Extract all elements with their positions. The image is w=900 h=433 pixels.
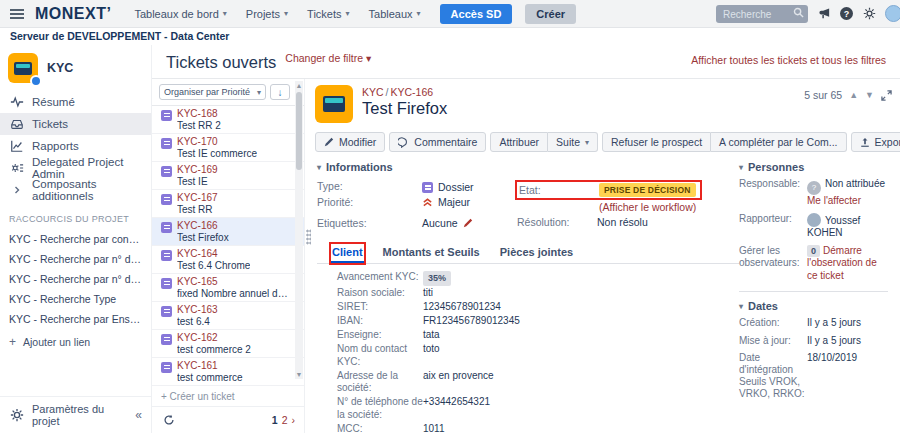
integration-date-value: 18/10/2019 (807, 352, 888, 365)
comment-button[interactable]: Commentaire (389, 132, 486, 152)
panel-resize-handle[interactable] (306, 229, 311, 245)
field-row: Raison sociale: titi (337, 287, 739, 300)
settings-gear-icon[interactable] (9, 408, 24, 423)
ticket-row[interactable]: KYC-170Test IE commerce (152, 134, 304, 162)
ticket-row[interactable]: KYC-163test 6.4 (152, 302, 304, 330)
shortcut-recherche-par-contact[interactable]: KYC - Recherche par contact (0, 229, 151, 249)
add-link-button[interactable]: + Ajouter un lien (0, 329, 151, 355)
sidebar-item-rapports[interactable]: Rapports (0, 135, 151, 157)
collapse-sidebar-icon[interactable]: « (135, 408, 142, 422)
acces-sd-button[interactable]: Accès SD (440, 4, 513, 24)
megaphone-icon[interactable] (817, 7, 831, 21)
created-value: Il y a 5 jours (807, 317, 888, 330)
assign-button[interactable]: Attribuer (490, 132, 548, 152)
scroll-down-icon[interactable]: ▼ (296, 370, 303, 379)
resolution-value: Non résolu (597, 216, 648, 228)
shortcut-recherche-par-numero-ticket[interactable]: KYC - Recherche par n° de ticket (0, 249, 151, 269)
dates-section-header[interactable]: ▾ Dates (739, 300, 888, 312)
gear-icon[interactable] (862, 7, 876, 21)
ticket-row[interactable]: KYC-168Test RR 2 (152, 106, 304, 134)
priority-value: Majeur (422, 196, 470, 208)
assign-to-me-link[interactable]: Me l'affecter (807, 195, 888, 208)
ticket-row[interactable]: KYC-165fixed Nombre annuel de transac... (152, 274, 304, 302)
pagination-page-1[interactable]: 1 (272, 414, 278, 426)
pagination-page-2[interactable]: 2 (282, 414, 288, 426)
activity-icon (9, 95, 24, 110)
create-ticket-link[interactable]: + Créer un ticket (152, 387, 304, 406)
help-icon[interactable]: ? (840, 7, 853, 20)
chevron-down-icon: ▾ (417, 9, 421, 18)
tab-client[interactable]: Client (331, 244, 364, 263)
state-row-annotation: Etat: PRISE DE DÉCISION (517, 182, 700, 198)
dossier-type-icon (161, 250, 172, 261)
complete-by-com-button[interactable]: A compléter par le Com... (711, 132, 846, 152)
sidebar-item-resume[interactable]: Résumé (0, 91, 151, 113)
ticket-row[interactable]: KYC-169Test IE (152, 162, 304, 190)
show-workflow-link[interactable]: (Afficher le workflow) (599, 201, 739, 213)
chevron-down-icon: ▾ (284, 9, 288, 18)
menu-tickets[interactable]: Tickets▾ (301, 8, 355, 20)
shortcut-recherche-par-siret[interactable]: KYC - Recherche par n° de SIRET (0, 269, 151, 289)
search-icon[interactable] (793, 7, 804, 18)
sort-controls: Organiser par Priorité ▾ ↓ (152, 79, 304, 106)
more-actions-button[interactable]: Suite▾ (548, 132, 598, 152)
breadcrumb-project-link[interactable]: KYC (362, 86, 384, 98)
chevron-down-icon: ▾ (739, 163, 743, 172)
user-avatar[interactable] (885, 5, 900, 22)
show-all-tickets-link[interactable]: Afficher toutes les tickets et tous les … (691, 52, 886, 66)
pagination: 1 2 › (272, 414, 295, 426)
sort-direction-button[interactable]: ↓ (270, 84, 290, 100)
shortcut-recherche-type[interactable]: KYC - Recherche Type (0, 289, 151, 309)
people-section-header[interactable]: ▾ Personnes (739, 161, 888, 173)
tab-pieces-jointes[interactable]: Pièces jointes (499, 244, 574, 263)
watchers-label: Gérer les observateurs: (739, 245, 807, 269)
ticket-position: 5 sur 65 (804, 89, 842, 101)
project-settings-label[interactable]: Paramètres du projet (32, 403, 127, 427)
sort-by-dropdown[interactable]: Organiser par Priorité ▾ (159, 84, 266, 100)
ticket-avatar (315, 85, 353, 123)
ticket-row[interactable]: KYC-167Test RR (152, 190, 304, 218)
list-scrollbar[interactable]: ▲ ▼ (295, 81, 303, 379)
detail-tabs: Client Montants et Seuils Pièces jointes (317, 240, 739, 264)
list-footer: 1 2 › (152, 406, 304, 433)
export-button[interactable]: Exporter▾ (851, 132, 900, 152)
project-sidebar: KYC Résumé Tickets Rapports (0, 45, 152, 433)
previous-ticket-icon[interactable]: ▲ (849, 90, 858, 100)
next-ticket-icon[interactable]: ▼ (865, 90, 874, 100)
ticket-list-panel: Organiser par Priorité ▾ ↓ KYC-168Test R… (152, 79, 305, 433)
ticket-row[interactable]: KYC-161test commerce (152, 358, 304, 386)
breadcrumb: KYC/KYC-166 (362, 86, 447, 98)
project-header[interactable]: KYC (0, 45, 151, 91)
breadcrumb-ticket-link[interactable]: KYC-166 (391, 86, 434, 98)
pagination-next-icon[interactable]: › (292, 414, 296, 426)
field-row: SIRET: 12345678901234 (337, 301, 739, 314)
plus-icon: + (9, 337, 16, 347)
refuse-prospect-button[interactable]: Refuser le prospect (602, 132, 711, 152)
shortcut-recherche-par-enseigne[interactable]: KYC - Recherche par Enseigne (0, 309, 151, 329)
sidebar-item-delegated-project-admin[interactable]: Delegated Project Admin (0, 157, 151, 179)
ticket-row[interactable]: KYC-162test commerce 2 (152, 330, 304, 358)
chevron-down-icon: ▾ (317, 163, 321, 172)
dossier-type-icon (161, 306, 172, 317)
ticket-row[interactable]: KYC-164Test 6.4 Chrome (152, 246, 304, 274)
informations-section-header[interactable]: ▾ Informations (317, 161, 739, 173)
field-row: Adresse de la société: aix en provence (337, 370, 739, 395)
scrollbar-thumb[interactable] (296, 92, 302, 170)
sidebar-item-tickets[interactable]: Tickets (0, 113, 151, 135)
assign-button-group: Attribuer Suite▾ (490, 132, 598, 152)
ticket-row-selected[interactable]: KYC-166Test Firefox (152, 218, 304, 246)
tab-montants-et-seuils[interactable]: Montants et Seuils (382, 244, 481, 263)
edit-button[interactable]: Modifier (315, 132, 385, 152)
create-button[interactable]: Créer (525, 4, 576, 24)
field-row: Avancement KYC: 35% (337, 271, 739, 286)
scroll-up-icon[interactable]: ▲ (296, 81, 303, 90)
change-filter-link[interactable]: Changer de filtre ▾ (285, 52, 371, 64)
menu-projets[interactable]: Projets▾ (240, 8, 294, 20)
menu-tableaux-de-bord[interactable]: Tableaux de bord▾ (128, 8, 232, 20)
sidebar-item-composants-additionnels[interactable]: Composants additionnels (0, 179, 151, 201)
expand-icon[interactable] (881, 90, 892, 101)
edit-labels-pencil-icon[interactable] (463, 218, 473, 228)
refresh-icon[interactable] (161, 412, 176, 427)
menu-tableaux[interactable]: Tableaux▾ (363, 8, 427, 20)
hamburger-menu-icon[interactable] (10, 9, 24, 19)
